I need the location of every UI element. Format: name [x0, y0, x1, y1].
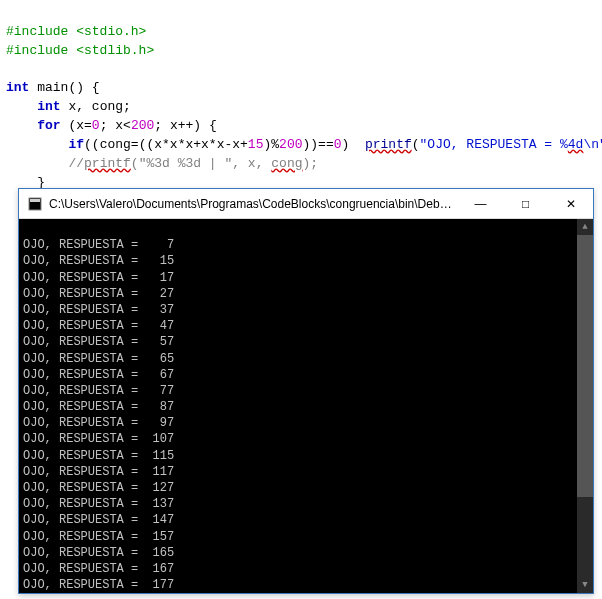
output-line: OJO, RESPUESTA = 27: [23, 287, 174, 301]
output-line: OJO, RESPUESTA = 115: [23, 449, 174, 463]
scrollbar[interactable]: ▲ ▼: [577, 219, 593, 593]
output-line: OJO, RESPUESTA = 147: [23, 513, 174, 527]
output-line: OJO, RESPUESTA = 57: [23, 335, 174, 349]
func-main: main: [37, 80, 68, 95]
output-line: OJO, RESPUESTA = 127: [23, 481, 174, 495]
output-line: OJO, RESPUESTA = 177: [23, 578, 174, 592]
output-line: OJO, RESPUESTA = 47: [23, 319, 174, 333]
close-button[interactable]: ✕: [548, 189, 593, 218]
string-literal: "OJO, RESPUESTA = %4d\n": [420, 137, 602, 152]
output-line: OJO, RESPUESTA = 117: [23, 465, 174, 479]
output-line: OJO, RESPUESTA = 167: [23, 562, 174, 576]
comment: //printf("%3d %3d | ", x, cong);: [68, 156, 318, 171]
keyword-if: if: [68, 137, 84, 152]
output-line: OJO, RESPUESTA = 7: [23, 238, 174, 252]
output-line: OJO, RESPUESTA = 17: [23, 271, 174, 285]
maximize-button[interactable]: □: [503, 189, 548, 218]
console-window: C:\Users\Valero\Documents\Programas\Code…: [18, 188, 594, 594]
scroll-up-icon[interactable]: ▲: [577, 219, 593, 235]
include-directive: #include <stdio.h>: [6, 24, 146, 39]
keyword-int: int: [6, 80, 29, 95]
output-line: OJO, RESPUESTA = 15: [23, 254, 174, 268]
output-line: OJO, RESPUESTA = 67: [23, 368, 174, 382]
output-line: OJO, RESPUESTA = 157: [23, 530, 174, 544]
include-directive: #include <stdlib.h>: [6, 43, 154, 58]
keyword-for: for: [37, 118, 60, 133]
window-controls: — □ ✕: [458, 189, 593, 218]
svg-rect-1: [30, 199, 40, 202]
code-editor[interactable]: #include <stdio.h> #include <stdlib.h> i…: [0, 0, 602, 215]
window-title: C:\Users\Valero\Documents\Programas\Code…: [49, 197, 458, 211]
output-line: OJO, RESPUESTA = 87: [23, 400, 174, 414]
output-line: OJO, RESPUESTA = 37: [23, 303, 174, 317]
app-icon: [27, 196, 43, 212]
output-line: OJO, RESPUESTA = 77: [23, 384, 174, 398]
output-line: OJO, RESPUESTA = 165: [23, 546, 174, 560]
output-line: OJO, RESPUESTA = 65: [23, 352, 174, 366]
output-line: OJO, RESPUESTA = 137: [23, 497, 174, 511]
scroll-thumb[interactable]: [577, 235, 593, 497]
titlebar[interactable]: C:\Users\Valero\Documents\Programas\Code…: [19, 189, 593, 219]
minimize-button[interactable]: —: [458, 189, 503, 218]
scroll-down-icon[interactable]: ▼: [577, 577, 593, 593]
func-printf: printf: [365, 137, 412, 152]
console-output[interactable]: OJO, RESPUESTA = 7 OJO, RESPUESTA = 15 O…: [19, 219, 593, 593]
keyword-int: int: [37, 99, 60, 114]
output-line: OJO, RESPUESTA = 97: [23, 416, 174, 430]
output-line: OJO, RESPUESTA = 107: [23, 432, 174, 446]
